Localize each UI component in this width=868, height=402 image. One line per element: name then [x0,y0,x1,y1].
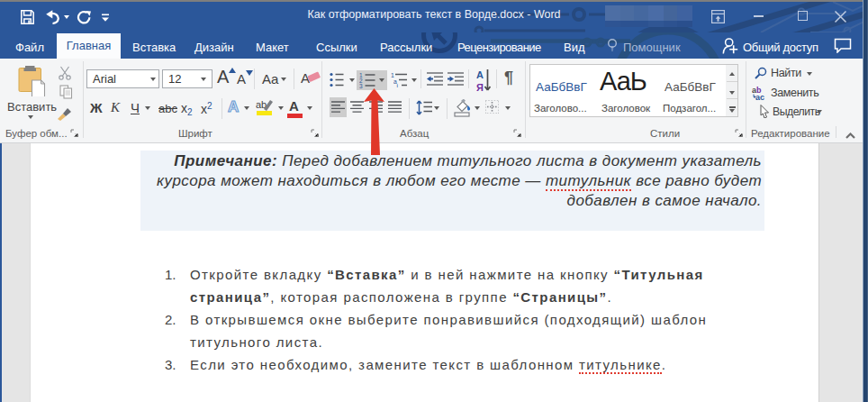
svg-text:ac: ac [755,93,764,101]
svg-text:А: А [476,69,484,80]
svg-text:Я: Я [476,82,484,93]
svg-text:i: i [397,83,399,87]
